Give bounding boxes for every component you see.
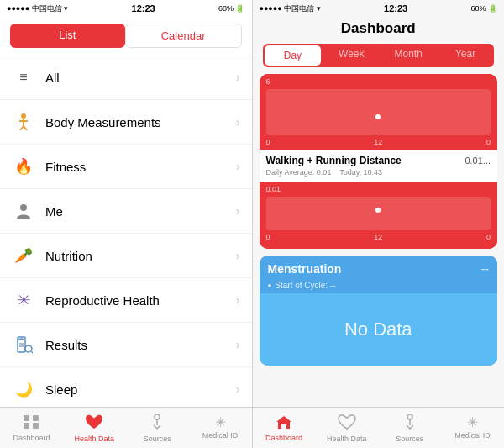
cycle-icon: ● — [268, 282, 272, 289]
right-tab-dashboard[interactable]: Dashboard — [253, 408, 316, 448]
left-battery: 68% 🔋 — [218, 4, 245, 13]
calendar-tab[interactable]: Calendar — [125, 24, 242, 48]
chart2-bottom-left: 0 — [266, 233, 270, 241]
chart2-bottom-mid: 12 — [374, 233, 382, 241]
right-tab-sources-label: Sources — [396, 435, 423, 443]
cycle-label: Start of Cycle: -- — [275, 281, 335, 290]
menu-label-me: Me — [45, 204, 236, 219]
dashboard-title: Dashboard — [253, 17, 505, 44]
left-panel: ●●●●● 中国电信 ▾ 12:23 68% 🔋 List Calendar ≡… — [0, 0, 252, 448]
right-tab-sources[interactable]: Sources — [378, 408, 441, 448]
chevron-icon-me: › — [236, 204, 240, 218]
list-tab[interactable]: List — [10, 24, 125, 48]
chart2-top-left: 0.01 — [266, 185, 281, 193]
left-tab-dashboard-label: Dashboard — [13, 434, 50, 442]
menu-item-fitness[interactable]: 🔥 Fitness › — [0, 145, 252, 189]
results-icon — [12, 333, 35, 356]
left-tab-dashboard[interactable]: Dashboard — [0, 408, 63, 448]
reproductive-icon: ✳ — [12, 288, 35, 312]
menstruation-header: Menstruation -- — [260, 256, 498, 281]
left-tab-medical-id-label: Medical ID — [202, 431, 239, 440]
chart1-bottom-labels: 0 12 0 — [266, 138, 491, 146]
walking-chart2-dot — [375, 208, 381, 213]
chart2-bottom-right: 0 — [486, 233, 491, 241]
walking-title-row: Walking + Running Distance 0.01... — [266, 155, 491, 166]
svg-point-17 — [407, 414, 412, 419]
svg-rect-11 — [24, 415, 29, 421]
chevron-icon-body: › — [236, 115, 240, 129]
menu-item-me[interactable]: Me › — [0, 189, 252, 234]
chevron-icon-results: › — [236, 338, 240, 351]
fitness-icon: 🔥 — [12, 155, 35, 178]
menu-label-body: Body Measurements — [45, 115, 236, 129]
left-tab-medical-id[interactable]: ✳ Medical ID — [189, 408, 252, 448]
svg-line-4 — [24, 126, 27, 130]
svg-point-5 — [20, 204, 27, 211]
left-time: 12:23 — [132, 3, 155, 13]
chart1-bottom-mid: 12 — [374, 138, 382, 146]
chevron-icon-fitness: › — [236, 160, 240, 173]
all-icon: ≡ — [12, 66, 35, 89]
menu-label-sleep: Sleep — [45, 382, 236, 397]
time-btn-week[interactable]: Week — [323, 44, 380, 67]
chart1-bottom-right: 0 — [486, 138, 491, 146]
left-tab-sources-label: Sources — [144, 435, 171, 443]
menu-label-nutrition: Nutrition — [45, 249, 236, 263]
menu-item-body[interactable]: Body Measurements › — [0, 100, 252, 145]
right-tab-dashboard-label: Dashboard — [265, 434, 302, 442]
right-tab-health-data-label: Health Data — [327, 435, 367, 443]
medical-id-tab-icon: ✳ — [215, 416, 226, 430]
me-icon — [12, 199, 35, 223]
walking-daily: Daily Average: 0.01 — [266, 168, 332, 177]
time-btn-month[interactable]: Month — [380, 44, 437, 67]
time-btn-day[interactable]: Day — [265, 45, 322, 66]
right-time: 12:23 — [384, 3, 407, 13]
left-segment-bar: List Calendar — [0, 17, 252, 55]
left-tab-bar: Dashboard Health Data Sources ✳ Medica — [0, 407, 252, 448]
menu-label-all: All — [45, 71, 236, 85]
left-status-bar: ●●●●● 中国电信 ▾ 12:23 68% 🔋 — [0, 0, 252, 17]
right-medical-id-icon: ✳ — [467, 416, 478, 430]
right-battery: 68% 🔋 — [470, 4, 497, 13]
menu-item-sleep[interactable]: 🌙 Sleep › — [0, 367, 252, 407]
chevron-icon-all: › — [236, 71, 240, 84]
right-status-bar: ●●●●● 中国电信 ▾ 12:23 68% 🔋 — [253, 0, 505, 17]
sources-tab-icon — [149, 414, 165, 433]
left-tab-sources[interactable]: Sources — [126, 408, 189, 448]
menu-item-reproductive[interactable]: ✳ Reproductive Health › — [0, 278, 252, 323]
body-icon — [12, 110, 35, 134]
right-panel: ●●●●● 中国电信 ▾ 12:23 68% 🔋 Dashboard Day W… — [253, 0, 505, 448]
menu-item-nutrition[interactable]: 🥕 Nutrition › — [0, 234, 252, 278]
walking-chart-grid — [266, 89, 491, 135]
walking-chart-area: 6 0 12 0 — [260, 74, 498, 150]
chevron-icon-nutrition: › — [236, 249, 240, 262]
chart1-top-labels: 6 — [266, 77, 491, 86]
walking-chart2-area: 0.01 0 12 0 — [260, 182, 498, 249]
menu-label-fitness: Fitness — [45, 160, 236, 174]
svg-point-9 — [25, 345, 32, 352]
right-tab-bar: Dashboard Health Data Sources ✳ Medica — [253, 407, 505, 448]
right-health-data-icon — [338, 414, 356, 433]
svg-rect-13 — [24, 423, 29, 429]
svg-rect-14 — [33, 423, 39, 429]
walking-today: Today, 10:43 — [339, 168, 382, 177]
menu-label-reproductive: Reproductive Health — [45, 293, 236, 308]
walking-card-value: 0.01... — [465, 155, 491, 166]
right-sources-icon — [402, 414, 418, 433]
right-tab-health-data[interactable]: Health Data — [315, 408, 378, 448]
chart1-top-left: 6 — [266, 77, 270, 86]
walking-chart-dot — [375, 114, 381, 119]
left-tab-health-data[interactable]: Health Data — [63, 408, 126, 448]
chart1-bottom-left: 0 — [266, 138, 270, 146]
time-btn-year[interactable]: Year — [437, 44, 494, 67]
time-segment-bar: Day Week Month Year — [263, 44, 495, 67]
walking-chart2-grid — [266, 197, 491, 230]
walking-card-title: Walking + Running Distance — [266, 155, 402, 166]
svg-line-10 — [32, 352, 34, 354]
health-data-tab-icon — [85, 414, 103, 433]
left-signal: ●●●●● 中国电信 ▾ — [7, 3, 68, 14]
chevron-icon-sleep: › — [236, 382, 240, 396]
right-tab-medical-id[interactable]: ✳ Medical ID — [441, 408, 504, 448]
menu-item-results[interactable]: Results › — [0, 323, 252, 367]
menu-item-all[interactable]: ≡ All › — [0, 55, 252, 100]
